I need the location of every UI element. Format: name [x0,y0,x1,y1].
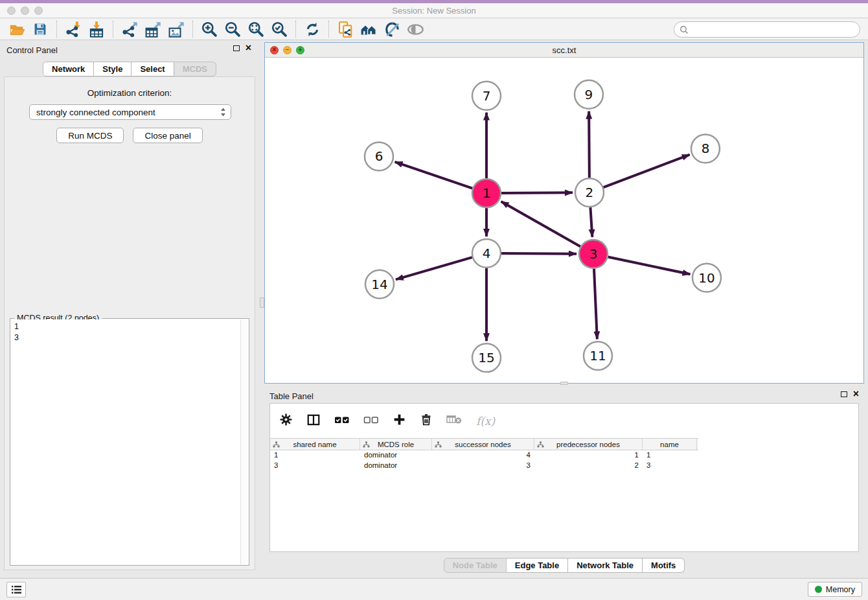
open-session-icon[interactable] [5,19,29,39]
cell-predecessor-nodes[interactable]: 2 [534,461,643,471]
graph-edge-4-14[interactable] [396,257,472,279]
column-tree-icon [537,441,544,448]
toolbar-separator [328,21,329,38]
graph-edge-1-2[interactable] [501,192,573,193]
network-window-titlebar[interactable]: scc.txt [265,43,863,58]
graph-edges[interactable] [395,111,691,341]
tab-node-table[interactable]: Node Table [444,558,507,573]
network-canvas[interactable]: 7968124314101511 [265,58,863,383]
task-history-button[interactable] [6,582,26,597]
graph-node-6[interactable]: 6 [365,142,393,170]
refresh-view-icon[interactable] [301,19,324,39]
graph-edge-2-3[interactable] [590,207,592,237]
close-panel-icon[interactable]: × [246,45,251,51]
graph-node-7[interactable]: 7 [472,82,501,110]
cell-predecessor-nodes[interactable]: 1 [534,450,643,461]
export-table-icon[interactable] [141,19,165,39]
splitter-handle[interactable] [260,297,264,308]
graph-node-1[interactable]: 1 [472,179,501,207]
cell-shared-name[interactable]: 1 [270,450,360,461]
session-title: Session: New Session [0,6,868,16]
table-mode-gear-icon[interactable] [279,413,293,429]
export-network-icon[interactable] [118,19,141,39]
function-builder-icon[interactable]: f(x) [476,415,495,428]
graph-node-label: 8 [702,141,710,156]
graph-node-8[interactable]: 8 [691,135,720,163]
mcds-result-text[interactable]: 1 3 [11,319,240,564]
graph-node-4[interactable]: 4 [472,239,501,268]
cell-name[interactable]: 3 [643,461,697,471]
table-row[interactable]: 3 dominator 3 2 3 [270,461,698,471]
control-panel: Control Panel × Network Style Select MCD… [0,40,259,578]
clone-network-icon[interactable] [334,19,357,39]
select-all-icon[interactable] [334,415,350,427]
tab-mcds[interactable]: MCDS [174,62,216,76]
tab-network[interactable]: Network [43,62,94,76]
overview-eye-icon[interactable] [404,19,427,39]
graph-node-15[interactable]: 15 [472,343,501,372]
float-panel-icon[interactable] [233,45,240,51]
graph-node-3[interactable]: 3 [579,240,608,268]
cell-successor-nodes[interactable]: 4 [432,450,534,461]
close-table-panel-icon[interactable]: × [853,391,859,397]
zoom-selected-icon[interactable] [268,19,291,39]
graph-edge-3-1[interactable] [501,202,580,246]
create-column-icon[interactable] [393,413,406,429]
graph-edge-2-9[interactable] [589,111,589,178]
graph-edge-1-6[interactable] [395,162,473,189]
graph-edge-4-3[interactable] [501,253,577,254]
global-search-field[interactable] [674,21,860,38]
column-header-name[interactable]: name [643,439,697,450]
graph-node-10[interactable]: 10 [692,264,721,292]
hide-graphics-details-icon[interactable] [380,19,404,39]
import-network-icon[interactable] [62,19,85,39]
graph-edge-2-8[interactable] [604,155,690,187]
zoom-fit-icon[interactable] [244,19,268,39]
tab-network-table[interactable]: Network Table [568,558,643,573]
deselect-all-icon[interactable] [363,415,379,427]
show-all-views-icon[interactable] [357,19,380,39]
graph-node-14[interactable]: 14 [365,270,394,299]
search-input[interactable] [692,25,860,34]
show-columns-icon[interactable] [306,413,321,430]
network-view-window: scc.txt 7968124314101511 [264,42,864,384]
column-header-mcds-role[interactable]: MCDS role [360,439,432,450]
criterion-dropdown-value: strongly connected component [36,108,220,117]
panel-splitter[interactable] [259,40,264,578]
result-scrollbar[interactable] [240,319,248,564]
cell-mcds-role[interactable]: dominator [360,450,432,461]
cell-shared-name[interactable]: 3 [270,461,360,471]
graph-node-2[interactable]: 2 [575,178,604,207]
column-header-shared-name[interactable]: shared name [270,439,360,450]
memory-button[interactable]: Memory [808,582,862,597]
graph-node-9[interactable]: 9 [575,80,603,109]
control-panel-title: Control Panel [6,45,58,55]
float-table-panel-icon[interactable] [841,391,847,397]
result-line: 1 [14,321,237,332]
import-table-icon[interactable] [85,19,108,39]
export-image-icon[interactable] [165,19,188,39]
graph-node-11[interactable]: 11 [584,341,612,370]
column-header-successor-nodes[interactable]: successor nodes [432,439,534,450]
cell-name[interactable]: 1 [643,450,697,461]
save-session-icon[interactable] [29,19,52,39]
tab-select[interactable]: Select [131,62,174,76]
tab-style[interactable]: Style [94,62,131,76]
tab-motifs[interactable]: Motifs [643,558,685,573]
graph-edge-3-10[interactable] [608,257,691,275]
criterion-dropdown[interactable]: strongly connected component [29,104,231,120]
zoom-in-icon[interactable] [198,19,221,39]
close-panel-button[interactable]: Close panel [133,128,202,143]
delete-table-icon[interactable] [446,414,463,428]
zoom-out-icon[interactable] [221,19,244,39]
dropdown-stepper-icon [220,107,227,117]
cell-mcds-role[interactable]: dominator [360,461,432,471]
graph-edge-3-11[interactable] [594,269,597,340]
cell-successor-nodes[interactable]: 3 [432,461,534,471]
delete-columns-icon[interactable] [420,413,433,429]
horizontal-splitter-handle[interactable] [560,382,568,385]
tab-edge-table[interactable]: Edge Table [507,558,568,573]
column-header-predecessor-nodes[interactable]: predecessor nodes [534,439,643,450]
table-row[interactable]: 1 dominator 4 1 1 [270,450,698,461]
run-mcds-button[interactable]: Run MCDS [56,128,124,143]
